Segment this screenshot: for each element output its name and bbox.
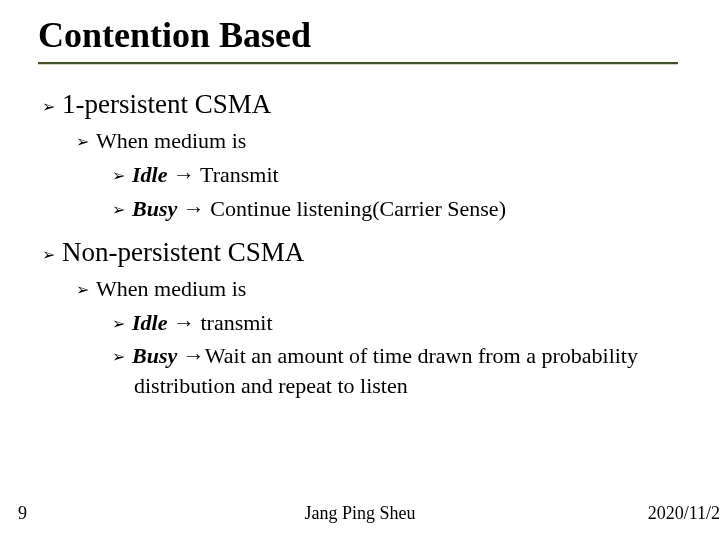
- section-subheading: When medium is: [96, 128, 246, 153]
- section-subheading: When medium is: [96, 276, 246, 301]
- slide-content: ➢1-persistent CSMA ➢When medium is ➢Idle…: [42, 82, 690, 401]
- item-text: → Continue listening(Carrier Sense): [177, 196, 506, 221]
- bullet-level3: ➢Busy →Wait an amount of time drawn from…: [112, 341, 690, 371]
- triangle-bullet-icon: ➢: [42, 244, 62, 266]
- item-text: → Transmit: [167, 162, 278, 187]
- item-label: Idle: [132, 310, 167, 335]
- bullet-level3: ➢Idle → transmit: [112, 308, 690, 338]
- slide: Contention Based ➢1-persistent CSMA ➢Whe…: [0, 0, 720, 540]
- footer-date: 2020/11/2: [648, 503, 720, 524]
- item-label: Idle: [132, 162, 167, 187]
- bullet-level3: ➢Busy → Continue listening(Carrier Sense…: [112, 194, 690, 224]
- triangle-bullet-icon: ➢: [76, 131, 96, 153]
- footer-author: Jang Ping Sheu: [0, 503, 720, 524]
- title-underline: [38, 62, 678, 65]
- triangle-bullet-icon: ➢: [42, 96, 62, 118]
- bullet-level2: ➢When medium is: [76, 126, 690, 156]
- bullet-level3: ➢Idle → Transmit: [112, 160, 690, 190]
- bullet-level1: ➢1-persistent CSMA: [42, 86, 690, 122]
- section-heading: 1-persistent CSMA: [62, 89, 271, 119]
- bullet-level1: ➢Non-persistent CSMA: [42, 234, 690, 270]
- bullet-continuation: distribution and repeat to listen: [134, 371, 690, 401]
- item-label: Busy: [132, 343, 177, 368]
- item-text: → transmit: [167, 310, 272, 335]
- triangle-bullet-icon: ➢: [112, 165, 132, 187]
- triangle-bullet-icon: ➢: [112, 313, 132, 335]
- triangle-bullet-icon: ➢: [76, 279, 96, 301]
- bullet-level2: ➢When medium is: [76, 274, 690, 304]
- triangle-bullet-icon: ➢: [112, 199, 132, 221]
- slide-title: Contention Based: [38, 14, 311, 56]
- item-text: →Wait an amount of time drawn from a pro…: [177, 343, 638, 368]
- triangle-bullet-icon: ➢: [112, 346, 132, 368]
- item-label: Busy: [132, 196, 177, 221]
- section-heading: Non-persistent CSMA: [62, 237, 304, 267]
